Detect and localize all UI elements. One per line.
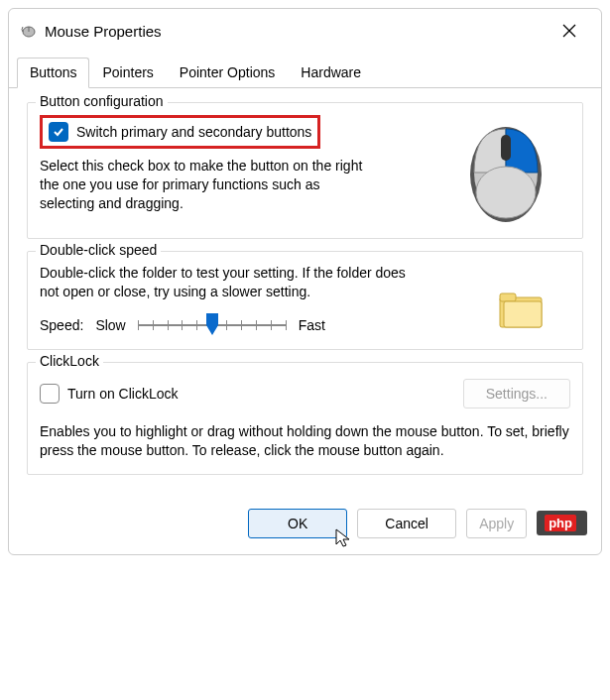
mouse-illustration [461,115,550,224]
double-click-desc: Double-click the folder to test your set… [40,264,417,301]
cancel-button[interactable]: Cancel [357,509,456,538]
speed-row: Speed: Slow Fast [40,315,459,335]
slider-thumb-icon [204,313,220,335]
dialog-body: Button configuration Switch primary and … [9,88,601,495]
speed-fast-label: Fast [299,317,325,333]
titlebar: Mouse Properties [9,9,601,51]
clicklock-settings-button: Settings... [463,379,570,408]
switch-primary-highlight: Switch primary and secondary buttons [40,115,320,149]
mouse-icon [19,24,39,38]
mouse-properties-window: Mouse Properties Buttons Pointers Pointe… [8,8,602,555]
svg-point-6 [476,167,536,218]
dialog-footer: OK Cancel Apply php [9,495,601,554]
clicklock-group: ClickLock Turn on ClickLock Settings... … [27,362,583,475]
close-button[interactable] [549,17,589,45]
speed-slider[interactable] [138,315,287,335]
tab-pointers[interactable]: Pointers [89,58,166,88]
tab-hardware[interactable]: Hardware [288,58,374,88]
folder-test-icon[interactable] [496,288,546,331]
check-icon [52,125,65,139]
php-badge-left: php [545,515,576,531]
clicklock-checkbox[interactable] [40,384,60,404]
clicklock-desc: Enables you to highlight or drag without… [40,422,570,460]
cursor-icon [335,528,353,548]
double-click-title: Double-click speed [36,242,161,258]
switch-primary-checkbox[interactable] [49,122,68,142]
tab-pointer-options[interactable]: Pointer Options [167,58,289,88]
window-title: Mouse Properties [45,23,549,40]
speed-label: Speed: [40,317,83,333]
svg-marker-11 [336,529,349,546]
apply-button: Apply [466,509,527,538]
svg-marker-7 [206,313,218,335]
clicklock-label: Turn on ClickLock [67,386,179,402]
switch-primary-label: Switch primary and secondary buttons [76,124,311,140]
double-click-group: Double-click speed Double-click the fold… [27,251,583,350]
button-configuration-group: Button configuration Switch primary and … [27,102,583,239]
ok-button[interactable]: OK [248,509,347,538]
svg-rect-10 [504,301,542,327]
speed-slow-label: Slow [95,317,125,333]
button-configuration-title: Button configuration [36,93,168,109]
close-icon [562,24,576,38]
tab-bar: Buttons Pointers Pointer Options Hardwar… [9,51,601,88]
svg-rect-5 [501,135,511,161]
php-badge: php [537,511,587,535]
clicklock-title: ClickLock [36,353,103,369]
tab-buttons[interactable]: Buttons [17,58,89,88]
svg-rect-9 [500,293,516,301]
button-configuration-desc: Select this check box to make the button… [40,157,377,213]
